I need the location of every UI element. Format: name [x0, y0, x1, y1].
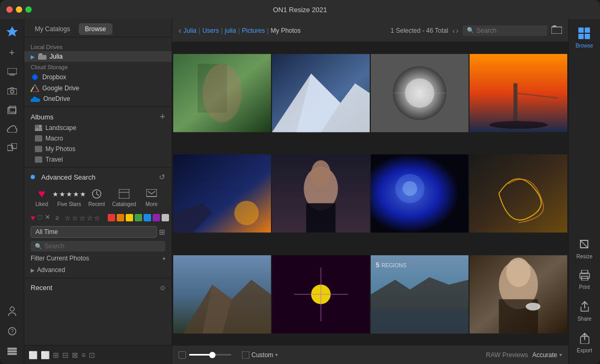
photo-cell-11[interactable]: 5 REGIONS	[371, 245, 468, 344]
nav-next-icon[interactable]: ›	[456, 26, 458, 35]
search-input[interactable]	[44, 242, 161, 250]
filter-recent[interactable]: Recent	[83, 185, 110, 209]
display-icon[interactable]	[4, 63, 21, 80]
right-resize[interactable]: Resize	[574, 234, 595, 264]
album-macro[interactable]: Macro	[24, 133, 172, 144]
print-label: Print	[579, 284, 590, 290]
photo-cell-9[interactable]	[173, 245, 271, 344]
bottom-grid1-icon[interactable]: ⊞	[53, 351, 59, 359]
bottom-compare-icon[interactable]: ⊡	[89, 351, 95, 359]
photo-cell-10[interactable]	[272, 245, 370, 344]
close-button[interactable]	[6, 6, 13, 13]
swatch-yellow[interactable]	[126, 214, 133, 221]
photo-cell-6[interactable]	[272, 144, 370, 243]
grid-view-icon[interactable]: ⊞	[159, 228, 165, 236]
selection-info: 1 Selected - 46 Total	[390, 27, 448, 34]
zoom-checkbox[interactable]	[179, 351, 186, 359]
cloud-onedrive[interactable]: OneDrive	[24, 94, 172, 104]
add-icon[interactable]: +	[4, 44, 21, 61]
bottom-layout1-icon[interactable]: ⬜	[29, 351, 38, 359]
user-icon[interactable]	[4, 303, 21, 320]
browse-folder-icon[interactable]	[551, 25, 562, 35]
custom-zoom-select[interactable]: Custom ▾	[242, 351, 278, 359]
photo-cell-2[interactable]	[272, 43, 370, 143]
photo-cell-5[interactable]	[173, 144, 271, 243]
swatch-gray[interactable]	[162, 214, 169, 221]
layout-icon[interactable]	[4, 343, 21, 360]
star-1[interactable]: ☆	[64, 214, 71, 222]
cloud-dropbox[interactable]: Dropbox	[24, 71, 172, 83]
minimize-button[interactable]	[16, 6, 22, 13]
filter-cataloged[interactable]: Cataloged	[111, 185, 137, 209]
album-my-photos[interactable]: My Photos	[24, 144, 172, 154]
filter-liked[interactable]: ♥ Liked	[29, 185, 55, 209]
bc-pictures[interactable]: Pictures	[242, 27, 265, 34]
add-album-button[interactable]: +	[160, 112, 165, 122]
photo-cell-12[interactable]	[470, 245, 567, 344]
photo-cell-8[interactable]	[470, 144, 567, 243]
heart-filter-icons[interactable]: ♥ ♡ ✕	[31, 213, 50, 222]
all-time-select[interactable]: All Time Today Last 7 Days Last 30 Days …	[31, 226, 157, 238]
bottom-grid2-icon[interactable]: ⊟	[62, 351, 69, 359]
raw-select[interactable]: Accurate ▾	[532, 351, 562, 359]
heart-outline-icon[interactable]: ♡	[36, 213, 43, 222]
bc-julia2[interactable]: julia	[225, 27, 236, 34]
swatch-orange[interactable]	[117, 214, 124, 221]
cloud-icon[interactable]	[4, 120, 21, 137]
photo-cell-3[interactable]	[371, 43, 468, 143]
maximize-button[interactable]	[25, 6, 32, 13]
zoom-slider-container[interactable]	[189, 354, 231, 356]
bottom-layout2-icon[interactable]: ⬜	[41, 351, 50, 359]
filter-more[interactable]: More	[138, 185, 165, 209]
photo-cell-4[interactable]	[470, 43, 567, 143]
tab-my-catalogs[interactable]: My Catalogs	[29, 23, 77, 35]
sidebar: My Catalogs Browse Local Drives ▶ Julia …	[24, 19, 172, 364]
swatch-purple[interactable]	[153, 214, 160, 221]
right-share[interactable]: Share	[575, 296, 594, 326]
bc-users[interactable]: Users	[202, 27, 219, 34]
filter-current-row[interactable]: Filter Current Photos ▾	[24, 253, 172, 264]
cloud-gdrive[interactable]: Google Drive	[24, 83, 172, 94]
zoom-slider[interactable]	[189, 354, 231, 356]
recent-settings-icon[interactable]: ⊙	[160, 284, 165, 292]
star-5[interactable]: ☆	[94, 214, 100, 222]
bottom-grid3-icon[interactable]: ⊠	[72, 351, 78, 359]
advanced-row[interactable]: ▶ Advanced	[24, 264, 172, 276]
swatch-blue[interactable]	[144, 214, 151, 221]
star-2[interactable]: ☆	[72, 214, 78, 222]
zoom-thumb[interactable]	[209, 352, 215, 358]
right-browse[interactable]: Browse	[574, 23, 595, 53]
album-my-photos-label: My Photos	[45, 145, 76, 153]
bottom-list-icon[interactable]: ≡	[81, 351, 86, 359]
photo-cell-1[interactable]	[173, 43, 271, 143]
print-icon	[579, 270, 590, 283]
right-print[interactable]: Print	[577, 266, 593, 294]
star-4[interactable]: ☆	[87, 214, 93, 222]
filter-five-stars[interactable]: ★★★★★ Five Stars	[56, 185, 82, 209]
right-export[interactable]: Export	[575, 328, 594, 358]
album-landscape[interactable]: Landscape	[24, 123, 172, 133]
svg-rect-32	[146, 189, 157, 197]
swatch-green[interactable]	[135, 214, 142, 221]
star-rating-row[interactable]: ☆ ☆ ☆ ☆ ☆	[64, 214, 100, 222]
tab-browse[interactable]: Browse	[79, 23, 112, 35]
bc-julia[interactable]: Julia	[183, 27, 196, 34]
refresh-icon[interactable]: ↺	[159, 173, 165, 181]
svg-rect-78	[578, 27, 584, 33]
album-travel[interactable]: Travel	[24, 154, 172, 165]
heart-filled-icon[interactable]: ♥	[31, 213, 35, 222]
dropbox-icon	[31, 73, 39, 81]
help-icon[interactable]: ?	[4, 323, 21, 340]
nav-prev-icon[interactable]: ‹	[453, 26, 455, 35]
heart-x-icon[interactable]: ✕	[45, 213, 50, 222]
star-3[interactable]: ☆	[79, 214, 86, 222]
camera-icon[interactable]	[4, 82, 21, 99]
nav-back-icon[interactable]: ‹	[179, 26, 181, 35]
photo-cell-7[interactable]	[371, 144, 468, 243]
filter-current-label: Filter Current Photos	[31, 255, 89, 262]
drive-item-julia[interactable]: ▶ Julia	[24, 51, 172, 62]
top-search-input[interactable]	[476, 27, 543, 34]
swatch-red[interactable]	[108, 214, 115, 221]
plugin-icon[interactable]	[4, 139, 21, 156]
albums-icon[interactable]	[4, 101, 21, 118]
